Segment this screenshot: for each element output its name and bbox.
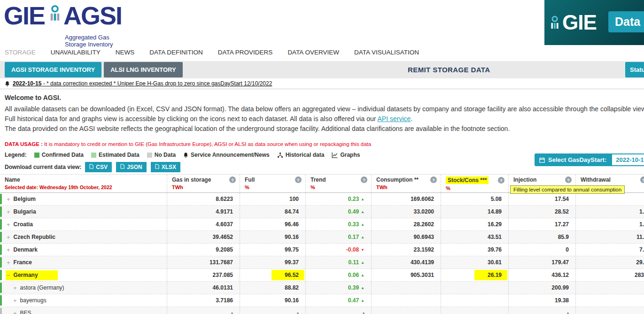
column-header-cons: Consumption **?TWh [371, 175, 441, 192]
help-icon-stock[interactable]: ? [498, 177, 504, 184]
nav-item-data-providers[interactable]: DATA PROVIDERS [218, 49, 273, 56]
cell-stock: 5.08 [441, 193, 508, 205]
nav-item-storage[interactable]: STORAGE [5, 49, 36, 56]
legend-item-no-data: No Data [147, 152, 176, 158]
nav-item-data-visualisation[interactable]: DATA VISUALISATION [354, 49, 419, 56]
inj-value: 17.54 [555, 196, 569, 202]
cell-inj: 17.27 [508, 218, 575, 230]
help-icon-gas[interactable]: ? [229, 176, 236, 183]
cell-cons [371, 282, 441, 294]
alsi-lng-inventory-button[interactable]: ALSI LNG INVENTORY [104, 62, 182, 77]
data-usage-text: It is mandatory to credit or mention to … [43, 141, 371, 147]
trend-value: 0.39 [348, 284, 359, 291]
expand-icon[interactable]: + [13, 297, 17, 304]
help-icon-full[interactable]: ? [295, 176, 302, 183]
cell-full: 96.46 [240, 218, 305, 230]
inj-value: - [567, 310, 569, 314]
cell-name: +astora (Germany) [0, 282, 167, 294]
gas-value: 4.6037 [216, 221, 233, 228]
help-icon-cons[interactable]: ? [430, 176, 437, 183]
data-usage-notice: DATA USAGE : It is mandatory to credit o… [5, 141, 644, 147]
trend-value: 0.11 [348, 259, 359, 266]
cell-inj: - [508, 307, 575, 314]
expand-icon[interactable]: + [7, 246, 10, 253]
row-name-wrap: +astora (Germany) [12, 283, 65, 293]
selected-date: Selected date: Wednesday 19th October, 2… [5, 184, 163, 190]
table-row-france[interactable]: +France131.768799.370.11▲430.413930.6117… [0, 256, 644, 269]
stock-value: 16.29 [488, 221, 502, 228]
nav-item-data-overview[interactable]: DATA OVERVIEW [287, 49, 339, 56]
table-row-czech-republic[interactable]: +Czech Republic39.465290.160.17▲90.69434… [0, 231, 644, 244]
download-xlsx-button[interactable]: XLSX [150, 161, 181, 173]
wd-value: 11. [636, 234, 644, 240]
cell-inj: 436.12 [508, 269, 575, 281]
cell-trend: 0.33▲ [305, 218, 371, 230]
cell-full: 99.75 [240, 244, 305, 256]
cell-wd: 1. [575, 218, 644, 230]
expand-icon[interactable]: + [13, 284, 17, 291]
agsi-logo[interactable]: GIE AGSI Aggregated Gas Storage Inventor… [4, 1, 122, 30]
nav-item-news[interactable]: NEWS [116, 49, 135, 56]
column-header-stock: Stock/Cons ***?% [441, 175, 508, 192]
data-status-bar [0, 270, 2, 280]
download-csv-button[interactable]: CSV [85, 161, 112, 173]
wd-value: 1. [639, 221, 644, 228]
inj-value: 19.38 [555, 297, 569, 304]
status-button[interactable]: Status [625, 62, 644, 77]
expand-icon[interactable]: + [13, 310, 17, 314]
collapse-icon[interactable]: − [7, 272, 10, 279]
data-status-bar [0, 295, 2, 306]
help-icon-wd[interactable]: ? [640, 176, 644, 183]
cell-trend: 0.17▲ [305, 231, 371, 243]
corner-data-badge[interactable]: Data [608, 11, 644, 32]
inj-value: 28.52 [555, 208, 569, 215]
table-row-germany[interactable]: −Germany237.08596.520.06▲905.303126.1943… [0, 269, 644, 282]
legend-item-estimated-data: Estimated Data [91, 152, 140, 158]
cell-full: 90.16 [240, 294, 305, 306]
cell-wd: 7. [575, 244, 644, 256]
cell-inj: 85.9 [508, 231, 575, 243]
download-json-button[interactable]: JSON [116, 161, 147, 173]
gie-data-banner: GIE Data [544, 0, 644, 45]
table-row-bulgaria[interactable]: +Bulgaria4.917184.740.49▲33.020014.8928.… [0, 206, 644, 218]
cell-full: - [240, 307, 305, 314]
cell-wd [575, 294, 644, 306]
table-row-bes[interactable]: +BES---- [0, 307, 644, 314]
row-name-wrap: −Germany [6, 270, 58, 280]
file-icon [89, 164, 93, 170]
cons-value: 169.6062 [411, 196, 434, 202]
cell-wd [575, 193, 644, 205]
expand-icon[interactable]: + [7, 221, 10, 228]
table-row-denmark[interactable]: +Denmark9.208599.75-0.08▼23.159239.7607. [0, 244, 644, 256]
help-icon-trend[interactable]: ? [361, 176, 367, 183]
select-gasday-button[interactable]: Select GasDayStart: [535, 153, 611, 166]
trend-value: 0.17 [348, 234, 359, 240]
row-name-wrap: +France [6, 258, 33, 268]
agsi-storage-inventory-button[interactable]: AGSI STORAGE INVENTORY [5, 62, 101, 77]
logo-text-gie: GIE [4, 1, 45, 30]
trend-value: 0.23 [348, 196, 359, 202]
expand-icon[interactable]: + [7, 196, 10, 203]
table-row-belgium[interactable]: +Belgium8.62231000.23▲169.60625.0817.54 [0, 193, 644, 206]
expand-icon[interactable]: + [7, 208, 10, 215]
download-button-label: JSON [127, 164, 142, 170]
legend-label: Service Announcement/News [191, 152, 270, 158]
nav-item-unavailability[interactable]: UNAVAILABILITY [51, 49, 101, 56]
cons-value: 33.0200 [414, 208, 434, 215]
expand-icon[interactable]: + [7, 259, 10, 266]
cell-full: 96.52 [240, 269, 305, 281]
nav-item-data-definition[interactable]: DATA DEFINITION [149, 49, 203, 56]
table-row-bayernugs[interactable]: +bayernugs3.718690.160.47▲19.38 [0, 294, 644, 307]
welcome-heading: Welcome to AGSI. [5, 94, 644, 101]
table-row-croatia[interactable]: +Croatia4.603796.460.33▲28.260216.2917.2… [0, 218, 644, 231]
announcement-link[interactable]: 2022-10-15 - * data correction expected … [13, 80, 272, 87]
table-row-astora-germany[interactable]: +astora (Germany)46.013188.820.39▲200.99 [0, 282, 644, 294]
expand-icon[interactable]: + [7, 234, 10, 241]
gasday-date-input[interactable] [611, 153, 644, 166]
trend-up-icon: ▲ [361, 299, 365, 303]
help-icon-inj[interactable]: ? [565, 176, 572, 183]
inj-value: 85.9 [558, 234, 569, 240]
api-service-link[interactable]: API service [378, 115, 411, 123]
legend-label: Graphs [340, 152, 360, 158]
bell-icon [183, 152, 188, 158]
